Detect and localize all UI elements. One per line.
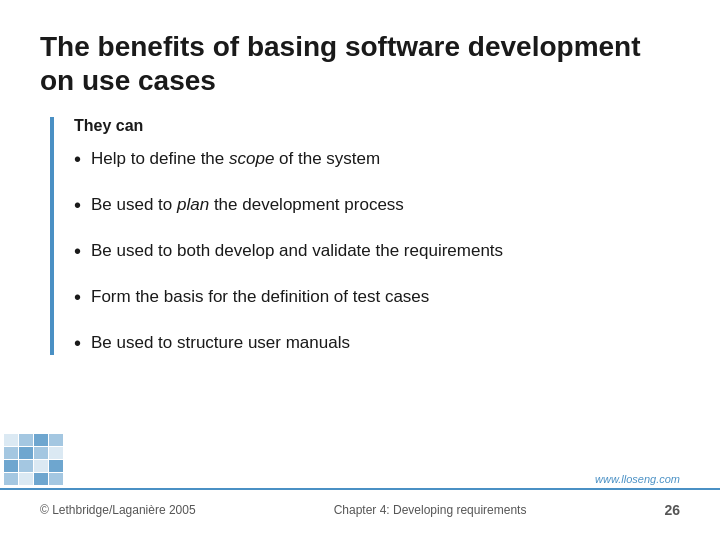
bullet-1-italic: scope <box>229 149 274 168</box>
bullet-2-text: Be used to plan the development process <box>91 193 404 217</box>
bullet-4-text: Form the basis for the definition of tes… <box>91 285 429 309</box>
bullet-5: • Be used to structure user manuals <box>74 331 680 355</box>
bullet-1: • Help to define the scope of the system <box>74 147 680 171</box>
bullet-2: • Be used to plan the development proces… <box>74 193 680 217</box>
footer: © Lethbridge/Laganière 2005 Chapter 4: D… <box>0 490 720 540</box>
bullet-dot-2: • <box>74 193 81 217</box>
bullet-3-text: Be used to both develop and validate the… <box>91 239 503 263</box>
footer-page-number: 26 <box>664 502 680 518</box>
slide-title: The benefits of basing software developm… <box>40 30 680 97</box>
watermark-logo: www.lloseng.com <box>595 473 680 485</box>
content-area: They can • Help to define the scope of t… <box>50 117 680 355</box>
bullet-dot-1: • <box>74 147 81 171</box>
bullet-dot-5: • <box>74 331 81 355</box>
bullet-dot-4: • <box>74 285 81 309</box>
bullet-5-text: Be used to structure user manuals <box>91 331 350 355</box>
bullet-4: • Form the basis for the definition of t… <box>74 285 680 309</box>
footer-chapter: Chapter 4: Developing requirements <box>334 503 527 517</box>
bullet-3: • Be used to both develop and validate t… <box>74 239 680 263</box>
bullet-1-text: Help to define the scope of the system <box>91 147 380 171</box>
slide: The benefits of basing software developm… <box>0 0 720 540</box>
bullet-dot-3: • <box>74 239 81 263</box>
they-can-label: They can <box>74 117 680 135</box>
decorative-squares <box>0 430 80 490</box>
footer-copyright: © Lethbridge/Laganière 2005 <box>40 503 196 517</box>
bullet-2-italic: plan <box>177 195 209 214</box>
